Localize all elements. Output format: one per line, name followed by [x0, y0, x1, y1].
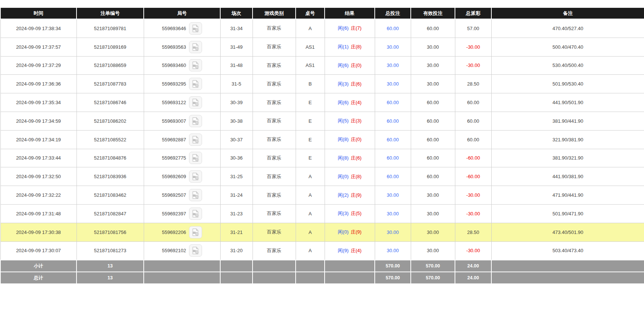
- video-replay-button[interactable]: [189, 115, 202, 127]
- video-replay-button[interactable]: [189, 22, 202, 35]
- table-row[interactable]: 2024-09-09 17:35:34 521871086746 5596931…: [0, 93, 644, 112]
- cell-time: 2024-09-09 17:36:36: [0, 75, 77, 93]
- subtotal-payout: 24.00: [455, 260, 491, 272]
- video-file-icon: [192, 210, 199, 218]
- video-replay-button[interactable]: [189, 152, 202, 164]
- cell-table-no: A: [296, 241, 325, 260]
- cell-total-bet: 60.00: [375, 130, 411, 149]
- cell-round-id: 559692507: [144, 186, 220, 205]
- cell-table-no: B: [296, 75, 325, 93]
- cell-payout: -60.00: [455, 149, 491, 167]
- cell-total-bet: 60.00: [375, 149, 411, 167]
- cell-total-bet: 60.00: [375, 19, 411, 38]
- result-banker: 庄(6): [351, 155, 362, 161]
- grand-total-row: 总计 13 570.00 570.00 24.00: [0, 272, 644, 284]
- round-id-text: 559693007: [162, 118, 186, 124]
- video-replay-button[interactable]: [189, 59, 202, 71]
- table-row[interactable]: 2024-09-09 17:36:36 521871087783 5596932…: [0, 75, 644, 93]
- cell-bet-id: 521871083936: [77, 167, 144, 186]
- cell-game-type: 百家乐: [253, 130, 296, 149]
- table-row[interactable]: 2024-09-09 17:30:38 521871081756 5596922…: [0, 223, 644, 241]
- cell-remark: 381.90/441.90: [491, 112, 644, 130]
- result-player: 闲(3): [338, 211, 349, 216]
- cell-bet-id: 521871088659: [77, 56, 144, 75]
- col-header-session: 场次: [220, 7, 253, 19]
- cell-time: 2024-09-09 17:30:07: [0, 241, 77, 260]
- table-row[interactable]: 2024-09-09 17:31:48 521871082847 5596923…: [0, 204, 644, 223]
- result-player: 闲(6): [338, 100, 349, 105]
- col-header-remark: 备注: [491, 7, 644, 19]
- result-player: 闲(8): [338, 155, 349, 161]
- cell-total-bet: 30.00: [375, 38, 411, 56]
- video-replay-button[interactable]: [189, 170, 202, 183]
- cell-round-id: 559692887: [144, 130, 220, 149]
- cell-remark: 321.90/381.90: [491, 130, 644, 149]
- video-replay-button[interactable]: [189, 226, 202, 238]
- cell-result: 闲(6)庄(0): [325, 56, 375, 75]
- subtotal-total-bet: 570.00: [375, 260, 411, 272]
- cell-round-id: 559693007: [144, 112, 220, 130]
- cell-payout: -30.00: [455, 241, 491, 260]
- video-file-icon: [192, 61, 199, 69]
- video-replay-button[interactable]: [189, 134, 202, 146]
- cell-game-type: 百家乐: [253, 38, 296, 56]
- cell-time: 2024-09-09 17:37:57: [0, 38, 77, 56]
- cell-bet-id: 521871086746: [77, 93, 144, 112]
- cell-remark: 530.40/500.40: [491, 56, 644, 75]
- cell-bet-id: 521871084876: [77, 149, 144, 167]
- table-row[interactable]: 2024-09-09 17:32:50 521871083936 5596926…: [0, 167, 644, 186]
- col-header-table-no: 桌号: [296, 7, 325, 19]
- cell-remark: 473.40/501.90: [491, 223, 644, 241]
- table-row[interactable]: 2024-09-09 17:32:22 521871083462 5596925…: [0, 186, 644, 205]
- cell-round-id: 559692206: [144, 223, 220, 241]
- cell-valid-bet: 30.00: [411, 56, 455, 75]
- video-file-icon: [192, 191, 199, 199]
- video-replay-button[interactable]: [189, 189, 202, 201]
- round-id-text: 559692102: [162, 248, 186, 253]
- cell-result: 闲(8)庄(0): [325, 130, 375, 149]
- cell-total-bet: 30.00: [375, 186, 411, 205]
- cell-total-bet: 60.00: [375, 167, 411, 186]
- cell-valid-bet: 30.00: [411, 186, 455, 205]
- result-player: 闲(1): [338, 44, 349, 49]
- cell-game-type: 百家乐: [253, 223, 296, 241]
- video-replay-button[interactable]: [189, 208, 202, 220]
- cell-time: 2024-09-09 17:35:34: [0, 93, 77, 112]
- cell-time: 2024-09-09 17:32:50: [0, 167, 77, 186]
- grand-total-payout: 24.00: [455, 272, 491, 284]
- cell-game-type: 百家乐: [253, 75, 296, 93]
- table-row[interactable]: 2024-09-09 17:33:44 521871084876 5596927…: [0, 149, 644, 167]
- result-player: 闲(0): [338, 174, 349, 179]
- cell-round-id: 559692609: [144, 167, 220, 186]
- table-row[interactable]: 2024-09-09 17:30:07 521871081273 5596921…: [0, 241, 644, 260]
- video-replay-button[interactable]: [189, 244, 202, 257]
- video-file-icon: [192, 228, 199, 236]
- cell-remark: 503.40/473.40: [491, 241, 644, 260]
- video-replay-button[interactable]: [189, 41, 202, 53]
- cell-remark: 470.40/527.40: [491, 19, 644, 38]
- video-replay-button[interactable]: [189, 96, 202, 109]
- table-row[interactable]: 2024-09-09 17:37:29 521871088659 5596934…: [0, 56, 644, 75]
- table-row[interactable]: 2024-09-09 17:38:34 521871089781 5596936…: [0, 19, 644, 38]
- cell-result: 闲(3)庄(6): [325, 75, 375, 93]
- cell-bet-id: 521871086202: [77, 112, 144, 130]
- cell-total-bet: 30.00: [375, 56, 411, 75]
- table-row[interactable]: 2024-09-09 17:34:59 521871086202 5596930…: [0, 112, 644, 130]
- video-replay-button[interactable]: [189, 78, 202, 90]
- cell-table-no: A: [296, 186, 325, 205]
- table-row[interactable]: 2024-09-09 17:37:57 521871089169 5596935…: [0, 38, 644, 56]
- cell-game-type: 百家乐: [253, 93, 296, 112]
- result-player: 闲(2): [338, 192, 349, 198]
- video-file-icon: [192, 99, 199, 106]
- cell-bet-id: 521871089781: [77, 19, 144, 38]
- result-banker: 庄(8): [351, 44, 362, 49]
- cell-valid-bet: 60.00: [411, 19, 455, 38]
- cell-valid-bet: 30.00: [411, 241, 455, 260]
- cell-time: 2024-09-09 17:34:59: [0, 112, 77, 130]
- table-row[interactable]: 2024-09-09 17:34:19 521871085522 5596928…: [0, 130, 644, 149]
- video-file-icon: [192, 136, 199, 144]
- cell-payout: -30.00: [455, 204, 491, 223]
- cell-game-type: 百家乐: [253, 19, 296, 38]
- cell-remark: 501.90/530.40: [491, 75, 644, 93]
- cell-round-id: 559692102: [144, 241, 220, 260]
